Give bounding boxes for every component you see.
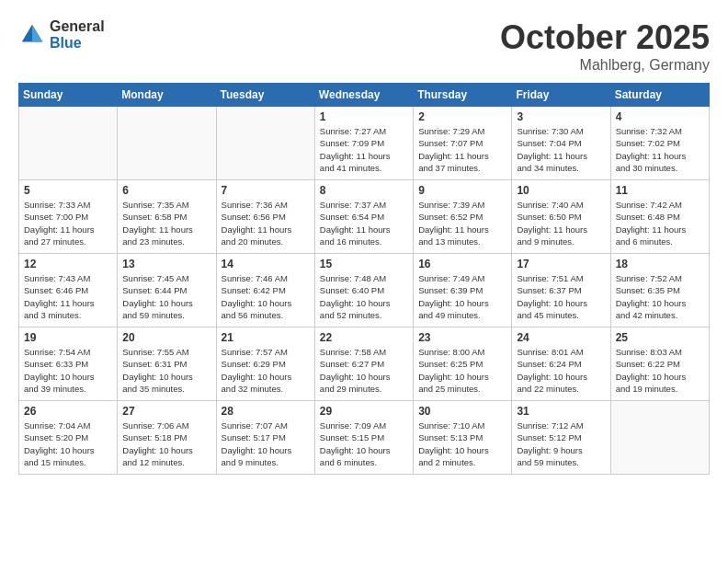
day-info: Sunrise: 7:33 AM Sunset: 7:00 PM Dayligh… [24,199,112,247]
calendar-cell: 3Sunrise: 7:30 AM Sunset: 7:04 PM Daylig… [512,107,610,180]
day-number: 1 [320,110,408,123]
day-number: 13 [122,258,210,270]
day-info: Sunrise: 7:29 AM Sunset: 7:07 PM Dayligh… [418,125,506,174]
day-number: 3 [517,110,605,123]
calendar-cell: 24Sunrise: 8:01 AM Sunset: 6:24 PM Dayli… [512,327,610,401]
day-number: 16 [418,258,506,270]
col-header-monday: Monday [118,84,216,107]
day-number: 20 [122,331,210,344]
calendar-cell [610,401,709,475]
week-row-5: 26Sunrise: 7:04 AM Sunset: 5:20 PM Dayli… [19,401,710,475]
day-info: Sunrise: 7:37 AM Sunset: 6:54 PM Dayligh… [320,199,408,247]
col-header-sunday: Sunday [19,84,118,107]
calendar-cell: 15Sunrise: 7:48 AM Sunset: 6:40 PM Dayli… [314,254,413,327]
calendar-cell: 9Sunrise: 7:39 AM Sunset: 6:52 PM Daylig… [414,180,512,254]
day-number: 25 [616,331,704,344]
calendar-cell: 22Sunrise: 7:58 AM Sunset: 6:27 PM Dayli… [314,327,413,401]
calendar-cell: 19Sunrise: 7:54 AM Sunset: 6:33 PM Dayli… [19,327,118,401]
day-info: Sunrise: 8:01 AM Sunset: 6:24 PM Dayligh… [517,346,605,395]
calendar-cell: 13Sunrise: 7:45 AM Sunset: 6:44 PM Dayli… [118,254,216,327]
col-header-wednesday: Wednesday [314,84,413,107]
calendar-cell: 5Sunrise: 7:33 AM Sunset: 7:00 PM Daylig… [19,180,118,254]
calendar-cell: 18Sunrise: 7:52 AM Sunset: 6:35 PM Dayli… [610,254,709,327]
day-info: Sunrise: 7:54 AM Sunset: 6:33 PM Dayligh… [24,346,112,395]
day-info: Sunrise: 7:04 AM Sunset: 5:20 PM Dayligh… [24,419,112,468]
logo-icon [18,21,46,49]
calendar-cell: 8Sunrise: 7:37 AM Sunset: 6:54 PM Daylig… [314,180,413,254]
calendar-cell: 27Sunrise: 7:06 AM Sunset: 5:18 PM Dayli… [118,401,216,475]
day-number: 26 [24,405,112,418]
day-number: 23 [418,331,506,344]
day-number: 29 [320,405,408,418]
day-number: 10 [517,184,605,197]
calendar-cell [216,107,314,180]
calendar-cell: 7Sunrise: 7:36 AM Sunset: 6:56 PM Daylig… [216,180,314,254]
day-info: Sunrise: 7:36 AM Sunset: 6:56 PM Dayligh… [222,199,310,247]
day-info: Sunrise: 7:10 AM Sunset: 5:13 PM Dayligh… [418,419,506,468]
day-number: 21 [222,331,310,344]
day-info: Sunrise: 7:45 AM Sunset: 6:44 PM Dayligh… [122,272,210,321]
day-info: Sunrise: 7:27 AM Sunset: 7:09 PM Dayligh… [320,125,408,174]
calendar-cell: 14Sunrise: 7:46 AM Sunset: 6:42 PM Dayli… [216,254,314,327]
day-number: 12 [24,258,112,270]
day-info: Sunrise: 7:43 AM Sunset: 6:46 PM Dayligh… [24,272,112,321]
week-row-2: 5Sunrise: 7:33 AM Sunset: 7:00 PM Daylig… [19,180,710,254]
week-row-3: 12Sunrise: 7:43 AM Sunset: 6:46 PM Dayli… [19,254,710,327]
day-info: Sunrise: 7:12 AM Sunset: 5:12 PM Dayligh… [517,419,605,468]
day-info: Sunrise: 7:49 AM Sunset: 6:39 PM Dayligh… [418,272,506,321]
calendar-cell: 10Sunrise: 7:40 AM Sunset: 6:50 PM Dayli… [512,180,610,254]
col-header-tuesday: Tuesday [216,84,314,107]
day-number: 9 [418,184,506,197]
title-block: October 2025 Mahlberg, Germany [500,18,710,74]
day-info: Sunrise: 7:46 AM Sunset: 6:42 PM Dayligh… [222,272,310,321]
day-number: 22 [320,331,408,344]
calendar-cell: 26Sunrise: 7:04 AM Sunset: 5:20 PM Dayli… [19,401,118,475]
day-info: Sunrise: 7:35 AM Sunset: 6:58 PM Dayligh… [122,199,210,247]
day-info: Sunrise: 8:00 AM Sunset: 6:25 PM Dayligh… [418,346,506,395]
calendar-cell [19,107,118,180]
logo-blue-text: Blue [50,35,105,52]
calendar-cell: 30Sunrise: 7:10 AM Sunset: 5:13 PM Dayli… [414,401,512,475]
day-number: 11 [616,184,704,197]
day-info: Sunrise: 7:55 AM Sunset: 6:31 PM Dayligh… [122,346,210,395]
logo-general-text: General [50,18,105,35]
day-number: 31 [517,405,605,418]
col-header-thursday: Thursday [414,84,512,107]
day-info: Sunrise: 7:57 AM Sunset: 6:29 PM Dayligh… [222,346,310,395]
calendar-cell: 28Sunrise: 7:07 AM Sunset: 5:17 PM Dayli… [216,401,314,475]
day-info: Sunrise: 7:52 AM Sunset: 6:35 PM Dayligh… [616,272,704,321]
day-number: 5 [24,184,112,197]
day-info: Sunrise: 7:09 AM Sunset: 5:15 PM Dayligh… [320,419,408,468]
day-number: 19 [24,331,112,344]
calendar-cell: 23Sunrise: 8:00 AM Sunset: 6:25 PM Dayli… [414,327,512,401]
page-header: General Blue October 2025 Mahlberg, Germ… [18,18,710,74]
day-info: Sunrise: 7:51 AM Sunset: 6:37 PM Dayligh… [517,272,605,321]
day-number: 28 [222,405,310,418]
calendar-cell: 17Sunrise: 7:51 AM Sunset: 6:37 PM Dayli… [512,254,610,327]
day-number: 17 [517,258,605,270]
day-number: 4 [616,110,704,123]
col-header-friday: Friday [512,84,610,107]
day-info: Sunrise: 7:48 AM Sunset: 6:40 PM Dayligh… [320,272,408,321]
week-row-1: 1Sunrise: 7:27 AM Sunset: 7:09 PM Daylig… [19,107,710,180]
header-row: SundayMondayTuesdayWednesdayThursdayFrid… [19,84,710,107]
calendar-cell: 29Sunrise: 7:09 AM Sunset: 5:15 PM Dayli… [314,401,413,475]
svg-marker-1 [32,24,42,41]
day-info: Sunrise: 8:03 AM Sunset: 6:22 PM Dayligh… [616,346,704,395]
col-header-saturday: Saturday [610,84,709,107]
calendar-cell: 4Sunrise: 7:32 AM Sunset: 7:02 PM Daylig… [610,107,709,180]
day-info: Sunrise: 7:07 AM Sunset: 5:17 PM Dayligh… [222,419,310,468]
calendar-cell: 16Sunrise: 7:49 AM Sunset: 6:39 PM Dayli… [414,254,512,327]
day-number: 24 [517,331,605,344]
day-number: 7 [222,184,310,197]
logo: General Blue [18,18,105,51]
week-row-4: 19Sunrise: 7:54 AM Sunset: 6:33 PM Dayli… [19,327,710,401]
day-number: 2 [418,110,506,123]
day-number: 15 [320,258,408,270]
day-info: Sunrise: 7:32 AM Sunset: 7:02 PM Dayligh… [616,125,704,174]
day-info: Sunrise: 7:06 AM Sunset: 5:18 PM Dayligh… [122,419,210,468]
month-title: October 2025 [500,18,710,57]
calendar-cell: 1Sunrise: 7:27 AM Sunset: 7:09 PM Daylig… [314,107,413,180]
day-number: 14 [222,258,310,270]
day-number: 30 [418,405,506,418]
